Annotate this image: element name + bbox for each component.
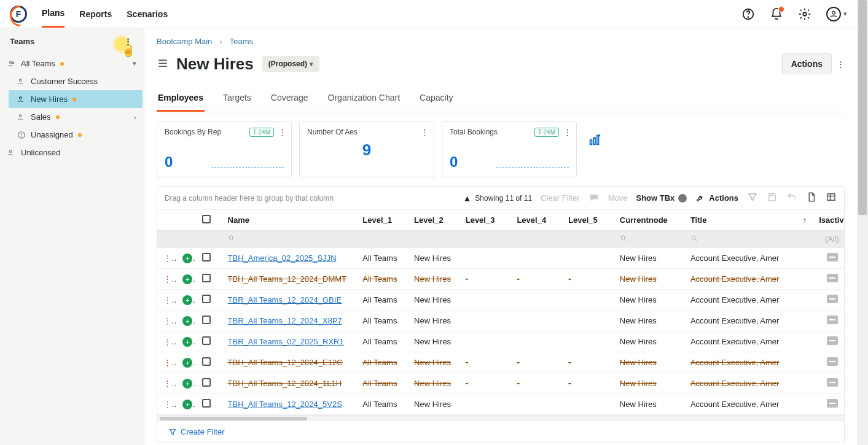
col-level2[interactable]: Level_2 <box>408 210 459 231</box>
expand-row-button[interactable]: + <box>182 253 192 263</box>
card-more-button[interactable]: ⋮ <box>563 128 571 137</box>
table-row[interactable]: ⋮⋮+TBH_All Teams_12_2024_5V2SAll TeamsNe… <box>157 394 844 415</box>
table-row[interactable]: ⋮⋮+TBR_All Teams_12_2024_X8P7All TeamsNe… <box>157 311 844 331</box>
employee-name-link[interactable]: TBH_America_02_2025_SJJN <box>228 253 337 263</box>
sidebar-sales[interactable]: Sales › <box>0 108 144 126</box>
cell-level5 <box>562 290 614 311</box>
table-row[interactable]: ⋮⋮+TBH_All Teams_12_2024_1L1HAll TeamsNe… <box>157 373 844 394</box>
sidebar-new-hires[interactable]: New Hires <box>9 90 143 108</box>
table-row[interactable]: ⋮⋮+TBH_All Teams_12_2024_E12CAll TeamsNe… <box>157 352 844 373</box>
sidebar-customer-success[interactable]: Customer Success <box>0 72 144 90</box>
expand-row-button[interactable]: + <box>182 337 192 347</box>
row-checkbox[interactable] <box>202 357 211 366</box>
col-level3[interactable]: Level_3 <box>459 210 511 231</box>
row-checkbox[interactable] <box>202 378 211 387</box>
expand-row-button[interactable]: + <box>182 274 192 284</box>
col-currentnode[interactable]: Currentnode <box>614 210 684 231</box>
breadcrumb-leaf[interactable]: Teams <box>230 37 253 46</box>
filter-name[interactable] <box>222 231 357 248</box>
filter-isactive[interactable]: (All) <box>813 231 844 248</box>
scroll-thumb[interactable] <box>160 417 307 420</box>
col-level4[interactable]: Level_4 <box>510 210 562 231</box>
tab-org-chart[interactable]: Organization Chart <box>327 87 402 112</box>
horizontal-scrollbar[interactable] <box>157 415 844 421</box>
table-row[interactable]: ⋮⋮+TBH_America_02_2025_SJJNAll TeamsNew … <box>157 248 844 269</box>
filter-title[interactable] <box>684 231 813 248</box>
columns-icon[interactable] <box>826 192 837 204</box>
employee-name-link[interactable]: TBH_All Teams_12_2024_DMMT <box>228 274 346 284</box>
card-bookings-by-rep[interactable]: Bookings By Rep T-24M ⋮ 0 <box>157 121 292 177</box>
expand-row-button[interactable]: + <box>182 295 192 305</box>
drag-handle-icon[interactable]: ⋮⋮ <box>163 358 176 367</box>
card-more-button[interactable]: ⋮ <box>421 128 429 137</box>
employee-name-link[interactable]: TBR_All Teams_12_2024_GBIE <box>228 295 342 304</box>
tab-coverage[interactable]: Coverage <box>270 87 310 112</box>
tab-employees[interactable]: Employees <box>157 87 205 112</box>
settings-icon[interactable] <box>798 7 811 21</box>
col-level5[interactable]: Level_5 <box>562 210 614 231</box>
nav-scenarios[interactable]: Scenarios <box>127 1 168 27</box>
row-checkbox[interactable] <box>202 399 211 408</box>
sidebar-unassigned[interactable]: Unassigned <box>0 126 144 144</box>
account-menu[interactable]: ▾ <box>826 7 847 21</box>
page-more-button[interactable]: ⋮ <box>837 60 845 69</box>
nav-plans[interactable]: Plans <box>42 0 65 28</box>
employee-name-link[interactable]: TBR_All Teams_12_2024_X8P7 <box>228 316 342 325</box>
export-icon[interactable] <box>806 192 817 204</box>
group-drop-hint[interactable]: Drag a column header here to group by th… <box>165 194 455 203</box>
expand-row-button[interactable]: + <box>182 358 192 368</box>
card-total-bookings[interactable]: Total Bookings T-24M ⋮ 0 <box>442 121 577 177</box>
card-more-button[interactable]: ⋮ <box>278 128 286 137</box>
employee-name-link[interactable]: TBH_All Teams_12_2024_5V2S <box>228 400 342 409</box>
expand-row-button[interactable]: + <box>182 316 192 326</box>
row-checkbox[interactable] <box>202 295 211 303</box>
tab-bar: Employees Targets Coverage Organization … <box>157 87 845 112</box>
cell-title: Account Executive, Amer <box>684 394 813 415</box>
col-title[interactable]: Title↑ <box>684 210 813 231</box>
actions-button[interactable]: Actions <box>782 53 832 74</box>
select-all-checkbox[interactable] <box>202 215 211 223</box>
employee-name-link[interactable]: TBR_All Teams_02_2025_RXR1 <box>228 337 344 346</box>
vertical-scrollbar[interactable] <box>857 0 868 445</box>
col-isactive[interactable]: Isactiv <box>813 210 844 231</box>
filter-currentnode[interactable] <box>614 231 684 248</box>
drag-handle-icon[interactable]: ⋮⋮ <box>163 253 176 263</box>
show-tbx-toggle[interactable]: Show TBx <box>636 193 687 203</box>
notifications-icon[interactable] <box>770 7 783 21</box>
employee-name-link[interactable]: TBH_All Teams_12_2024_E12C <box>228 358 343 367</box>
drag-handle-icon[interactable]: ⋮⋮ <box>163 337 176 346</box>
filter-icon[interactable] <box>747 192 758 204</box>
status-dropdown[interactable]: (Proposed) ▾ <box>262 56 319 72</box>
table-row[interactable]: ⋮⋮+TBR_All Teams_02_2025_RXR1All TeamsNe… <box>157 331 844 352</box>
row-checkbox[interactable] <box>202 315 211 324</box>
col-name[interactable]: Name <box>222 210 357 231</box>
card-number-of-aes[interactable]: Number Of Aes ⋮ 9 <box>299 121 434 177</box>
row-checkbox[interactable] <box>202 274 211 282</box>
sidebar-unlicensed[interactable]: Unlicensed <box>0 144 144 161</box>
hamburger-icon[interactable] <box>157 57 168 71</box>
grid-actions-button[interactable]: Actions <box>695 193 738 203</box>
add-chart-button[interactable] <box>588 133 601 149</box>
help-icon[interactable] <box>741 7 755 21</box>
breadcrumb-root[interactable]: Bootcamp Main <box>157 37 212 46</box>
expand-row-button[interactable]: + <box>182 400 192 409</box>
table-row[interactable]: ⋮⋮+TBR_All Teams_12_2024_GBIEAll TeamsNe… <box>157 290 844 311</box>
warning-icon: ▲ <box>463 193 472 203</box>
employee-name-link[interactable]: TBH_All Teams_12_2024_1L1H <box>228 379 342 388</box>
table-row[interactable]: ⋮⋮+TBH_All Teams_12_2024_DMMTAll TeamsNe… <box>157 269 844 290</box>
expand-row-button[interactable]: + <box>182 379 192 389</box>
drag-handle-icon[interactable]: ⋮⋮ <box>163 379 176 388</box>
nav-reports[interactable]: Reports <box>79 1 112 27</box>
scroll-thumb[interactable] <box>858 0 867 215</box>
row-checkbox[interactable] <box>202 336 211 345</box>
cell-title: Account Executive, Amer <box>684 331 813 352</box>
create-filter-button[interactable]: Create Filter <box>157 421 844 443</box>
drag-handle-icon[interactable]: ⋮⋮ <box>163 295 176 304</box>
drag-handle-icon[interactable]: ⋮⋮ <box>163 316 176 325</box>
col-level1[interactable]: Level_1 <box>356 210 408 231</box>
drag-handle-icon[interactable]: ⋮⋮ <box>163 400 176 409</box>
tab-capacity[interactable]: Capacity <box>418 87 454 112</box>
row-checkbox[interactable] <box>202 253 211 261</box>
tab-targets[interactable]: Targets <box>222 87 252 112</box>
drag-handle-icon[interactable]: ⋮⋮ <box>163 274 176 284</box>
